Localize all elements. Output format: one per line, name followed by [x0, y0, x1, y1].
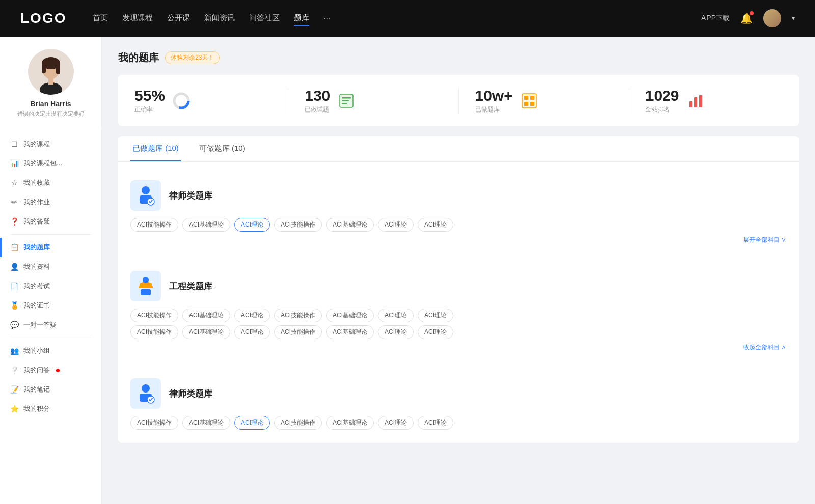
tag[interactable]: ACI技能操作 [274, 416, 322, 430]
bank-header-lawyer-1: 律师类题库 [130, 180, 786, 211]
avatar-image [763, 9, 781, 27]
tag[interactable]: ACI技能操作 [274, 309, 322, 322]
tag[interactable]: ACI技能操作 [130, 218, 178, 232]
svg-rect-21 [694, 97, 697, 107]
nav-news[interactable]: 新闻资讯 [204, 11, 235, 26]
tag[interactable]: ACI基础理论 [182, 325, 230, 339]
tag[interactable]: ACI基础理论 [182, 416, 230, 430]
user-avatar[interactable] [28, 49, 74, 95]
note-icon: 📝 [10, 385, 18, 394]
sidebar-label-1on1: 一对一答疑 [23, 320, 57, 329]
profile-section: Brian Harris 错误的决定比没有决定要好 [0, 49, 101, 128]
tag[interactable]: ACI理论 [378, 325, 414, 339]
svg-rect-27 [139, 286, 153, 288]
tab-available[interactable]: 可做题库 (10) [197, 136, 248, 161]
app-download-link[interactable]: APP下载 [701, 14, 730, 23]
sidebar-item-1on1[interactable]: 💬 一对一答疑 [0, 315, 101, 334]
sidebar-label-points: 我的积分 [23, 404, 50, 413]
tag[interactable]: ACI基础理论 [326, 218, 374, 232]
nav-qa[interactable]: 问答社区 [249, 11, 280, 26]
nav-open-course[interactable]: 公开课 [167, 11, 190, 26]
sidebar-label-profile: 我的资料 [23, 262, 50, 271]
bank-tags-lawyer-2: ACI技能操作 ACI基础理论 ACI理论 ACI技能操作 ACI基础理论 AC… [130, 416, 786, 430]
stat-done-questions: 130 已做试题 [288, 87, 458, 114]
tag[interactable]: ACI理论 [418, 416, 453, 430]
group-icon: 👥 [10, 347, 18, 355]
file-icon: ☐ [10, 140, 18, 148]
stat-accuracy-label: 正确率 [134, 105, 165, 114]
tag-active[interactable]: ACI理论 [234, 218, 270, 232]
sidebar-label-course-pkg: 我的课程包... [23, 159, 62, 168]
trial-badge: 体验剩余23天！ [165, 51, 220, 64]
tag[interactable]: ACI理论 [418, 325, 453, 339]
svg-rect-18 [524, 102, 528, 106]
tag[interactable]: ACI技能操作 [130, 309, 178, 322]
stat-done-banks: 10w+ 已做题库 [459, 87, 629, 114]
bank-header-lawyer-2: 律师类题库 [130, 378, 786, 409]
nav-more[interactable]: ··· [323, 11, 330, 26]
sidebar-item-my-qa[interactable]: ❔ 我的问答 [0, 360, 101, 380]
engineer-svg [134, 275, 157, 297]
tab-done[interactable]: 已做题库 (10) [130, 136, 181, 161]
qa-icon: ❔ [10, 366, 18, 374]
svg-rect-29 [141, 289, 151, 295]
sidebar-item-courses[interactable]: ☐ 我的课程 [0, 134, 101, 154]
stat-ranking-text: 1029 全站排名 [645, 87, 680, 114]
tag[interactable]: ACI基础理论 [182, 309, 230, 322]
sidebar-item-profile[interactable]: 👤 我的资料 [0, 257, 101, 276]
tag[interactable]: ACI理论 [418, 309, 453, 322]
tag[interactable]: ACI理论 [378, 218, 414, 232]
sidebar-item-course-pkg[interactable]: 📊 我的课程包... [0, 154, 101, 173]
sidebar-item-exam[interactable]: 📄 我的考试 [0, 276, 101, 296]
nav-bank[interactable]: 题库 [294, 11, 309, 26]
nav-right: APP下载 🔔 ▾ [701, 9, 795, 27]
sidebar-item-homework[interactable]: ✏ 我的作业 [0, 192, 101, 212]
sidebar-item-group[interactable]: 👥 我的小组 [0, 341, 101, 360]
tag[interactable]: ACI基础理论 [326, 309, 374, 322]
tag[interactable]: ACI基础理论 [326, 416, 374, 430]
tag[interactable]: ACI技能操作 [274, 325, 322, 339]
svg-rect-8 [48, 78, 53, 85]
tag[interactable]: ACI理论 [234, 325, 270, 339]
tag[interactable]: ACI理论 [378, 309, 414, 322]
pie-icon [172, 92, 191, 110]
sidebar-item-cert[interactable]: 🏅 我的证书 [0, 296, 101, 315]
stat-done-banks-text: 10w+ 已做题库 [475, 87, 513, 114]
page-title: 我的题库 [118, 51, 159, 65]
profile-name: Brian Harris [30, 100, 71, 108]
sidebar-item-points[interactable]: ⭐ 我的积分 [0, 399, 101, 418]
tag-active[interactable]: ACI理论 [234, 416, 270, 430]
nav-discover[interactable]: 发现课程 [122, 11, 153, 26]
bank-section-engineer: 工程类题库 ACI技能操作 ACI基础理论 ACI理论 ACI技能操作 ACI基… [118, 261, 799, 362]
sidebar-item-favorites[interactable]: ☆ 我的收藏 [0, 173, 101, 192]
logo[interactable]: LOGO [20, 10, 66, 26]
tag[interactable]: ACI技能操作 [274, 218, 322, 232]
stat-accuracy-value: 55% [134, 87, 165, 104]
sidebar-item-questions[interactable]: ❓ 我的答疑 [0, 212, 101, 231]
avatar-svg [28, 49, 74, 95]
sidebar-label-questions: 我的答疑 [23, 217, 50, 226]
sidebar-label-group: 我的小组 [23, 346, 50, 355]
sidebar-item-bank[interactable]: 📋 我的题库 [0, 238, 101, 257]
notification-bell[interactable]: 🔔 [740, 12, 753, 24]
tag[interactable]: ACI技能操作 [130, 325, 178, 339]
sidebar-label-favorites: 我的收藏 [23, 178, 50, 187]
svg-rect-20 [689, 101, 692, 107]
svg-rect-13 [342, 100, 349, 101]
tag[interactable]: ACI理论 [378, 416, 414, 430]
tag[interactable]: ACI理论 [234, 309, 270, 322]
nav-home[interactable]: 首页 [93, 11, 108, 26]
sidebar-item-notes[interactable]: 📝 我的笔记 [0, 380, 101, 399]
tag[interactable]: ACI理论 [418, 218, 453, 232]
tag[interactable]: ACI基础理论 [182, 218, 230, 232]
score-icon: ⭐ [10, 405, 18, 413]
expand-link-1[interactable]: 展开全部科目 ∨ [130, 236, 786, 244]
stat-done-banks-value: 10w+ [475, 87, 513, 104]
avatar[interactable] [763, 9, 781, 27]
collapse-link[interactable]: 收起全部科目 ∧ [130, 343, 786, 352]
tag[interactable]: ACI技能操作 [130, 416, 178, 430]
tag[interactable]: ACI基础理论 [326, 325, 374, 339]
sidebar-label-notes: 我的笔记 [23, 385, 50, 394]
content-area: 已做题库 (10) 可做题库 (10) [118, 136, 799, 443]
account-chevron-icon[interactable]: ▾ [792, 15, 795, 22]
